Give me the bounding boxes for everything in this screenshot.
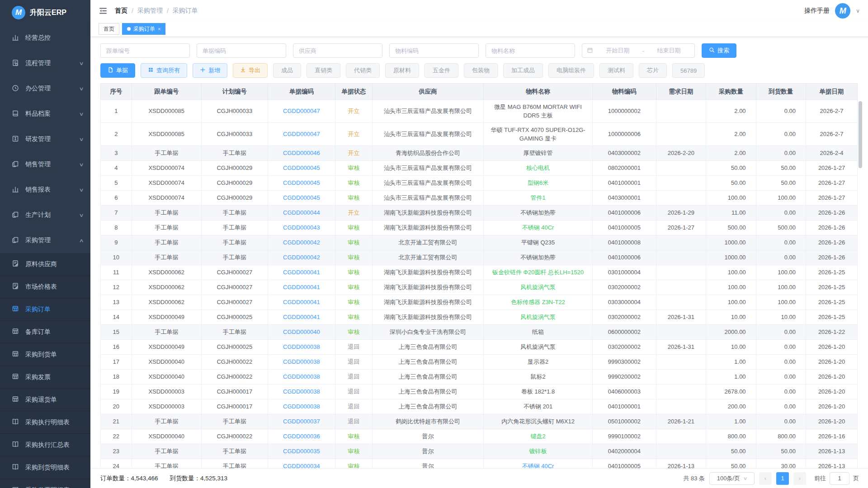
sidebar-item-0[interactable]: 经营总控 — [0, 25, 90, 51]
doc-no-link[interactable]: CGDD000044 — [283, 209, 320, 216]
search-button[interactable]: 搜索 — [702, 43, 736, 58]
export-button[interactable]: 导出 — [233, 63, 268, 78]
doc-no-link[interactable]: CGDD000046 — [283, 150, 320, 156]
page-1-button[interactable]: 1 — [776, 472, 789, 485]
breadcrumb-item-0[interactable]: 首页 — [115, 7, 127, 15]
sidebar-subitem-2[interactable]: 采购订单 — [0, 298, 90, 321]
sidebar-subitem-1[interactable]: 市场价格表 — [0, 276, 90, 298]
material-link[interactable]: 键盘2 — [530, 433, 545, 440]
material-link[interactable]: 型钢6米 — [528, 179, 548, 186]
doc-no-link[interactable]: CGDD000045 — [283, 194, 320, 201]
goto-page-input[interactable] — [830, 472, 849, 485]
material-link[interactable]: 不锈钢 40Cr — [522, 224, 554, 231]
column-header-7: 物料编码 — [593, 84, 656, 100]
material-name-input[interactable] — [486, 43, 575, 58]
category-button-6[interactable]: 加工成品 — [503, 63, 543, 78]
sidebar-item-5[interactable]: 销售管理∨ — [0, 152, 90, 177]
sidebar-item-8[interactable]: 采购管理∧ — [0, 228, 90, 253]
category-button-8[interactable]: 测试料 — [599, 63, 633, 78]
sidebar-subitem-10[interactable]: 采购发票明细表 — [0, 479, 90, 488]
tab-active-dot — [127, 27, 131, 31]
tab-1[interactable]: 采购订单× — [122, 23, 165, 35]
category-button-5[interactable]: 包装物 — [464, 63, 498, 78]
sidebar-item-1[interactable]: 流程管理∨ — [0, 51, 90, 76]
category-button-4[interactable]: 五金件 — [425, 63, 458, 78]
sidebar-subitem-8[interactable]: 采购执行汇总表 — [0, 434, 90, 456]
supplier-input[interactable] — [293, 43, 382, 58]
material-link[interactable]: 风机旋涡气泵 — [520, 284, 556, 291]
category-button-2[interactable]: 代销类 — [346, 63, 380, 78]
sidebar-subitem-6[interactable]: 采购退货单 — [0, 389, 90, 411]
sidebar-item-7[interactable]: 生产计划∨ — [0, 202, 90, 228]
cell-supplier: 上海三色食品有限公司 — [372, 340, 483, 355]
query-all-button[interactable]: 查询所有 — [141, 63, 187, 78]
sidebar-subitem-4[interactable]: 采购到货单 — [0, 343, 90, 366]
track-no-input[interactable] — [100, 43, 190, 58]
sidebar-subitem-5[interactable]: 采购发票 — [0, 366, 90, 389]
doc-no-input[interactable] — [197, 43, 286, 58]
cell-purchase-qty: 100.00 — [706, 191, 756, 206]
material-link[interactable]: 镀锌板 — [529, 448, 547, 455]
manual-link[interactable]: 操作手册 — [804, 7, 830, 15]
sidebar-item-3[interactable]: 料品档案∨ — [0, 101, 90, 127]
doc-no-link[interactable]: CGDD000034 — [283, 463, 320, 468]
page-size-select[interactable]: 100条/页 ∨ — [709, 472, 755, 485]
gridtable-icon — [12, 373, 19, 381]
doc-no-link[interactable]: CGDD000042 — [283, 254, 320, 261]
material-link[interactable]: 不锈钢 40Cr — [522, 463, 554, 468]
table-scrollbar[interactable] — [859, 99, 862, 468]
doc-no-link[interactable]: CGDD000045 — [283, 179, 320, 186]
category-button-1[interactable]: 直销类 — [307, 63, 340, 78]
material-link[interactable]: 钣金铰链件 Φ20圆杆 总长LH=1520 — [492, 269, 584, 276]
material-link[interactable]: 核心电机 — [526, 164, 550, 171]
material-link[interactable]: 管件1 — [530, 194, 545, 201]
sidebar-subitem-0[interactable]: 原料供应商 — [0, 253, 90, 276]
cell-material: 不锈钢加热带 — [484, 250, 593, 265]
doc-no-link[interactable]: CGDD000041 — [283, 269, 320, 276]
material-link[interactable]: 风机旋涡气泵 — [520, 314, 556, 320]
doc-no-link[interactable]: CGDD000047 — [283, 131, 320, 137]
sidebar-item-4[interactable]: 研发管理∨ — [0, 127, 90, 152]
doc-no-link[interactable]: CGDD000036 — [283, 433, 320, 440]
doc-no-link[interactable]: CGDD000037 — [283, 418, 320, 425]
doc-no-link[interactable]: CGDD000038 — [283, 403, 320, 410]
sidebar-subitem-3[interactable]: 备库订单 — [0, 321, 90, 343]
doc-no-link[interactable]: CGDD000043 — [283, 224, 320, 231]
category-button-3[interactable]: 原材料 — [385, 63, 419, 78]
document-button[interactable]: 单据 — [100, 63, 135, 78]
sidebar-collapse-icon[interactable] — [99, 6, 108, 15]
doc-no-link[interactable]: CGDD000041 — [283, 299, 320, 305]
gridtable-icon — [12, 328, 19, 336]
tab-close-icon[interactable]: × — [158, 26, 160, 32]
avatar[interactable]: M — [835, 3, 850, 19]
doc-no-link[interactable]: CGDD000038 — [283, 388, 320, 395]
material-link[interactable]: 色标传感器 Z3N-T22 — [511, 299, 565, 305]
doc-no-link[interactable]: CGDD000040 — [283, 328, 320, 335]
date-range-input[interactable]: 开始日期-结束日期 — [582, 43, 695, 58]
user-menu-chevron-icon[interactable]: ∨ — [856, 8, 860, 14]
category-button-9[interactable]: 芯片 — [639, 63, 667, 78]
doc-no-link[interactable]: CGDD000041 — [283, 314, 320, 320]
add-button[interactable]: 新增 — [193, 63, 227, 78]
doc-no-link[interactable]: CGDD000045 — [283, 164, 320, 171]
category-button-0[interactable]: 成品 — [273, 63, 301, 78]
doc-no-link[interactable]: CGDD000047 — [283, 108, 320, 114]
sidebar-item-6[interactable]: 销售报表∨ — [0, 177, 90, 202]
doc-no-link[interactable]: CGDD000035 — [283, 448, 320, 455]
prev-page-button[interactable]: ‹ — [759, 472, 772, 485]
table-scrollbar-thumb[interactable] — [859, 101, 862, 168]
doc-no-link[interactable]: CGDD000038 — [283, 358, 320, 365]
next-page-button[interactable]: › — [793, 472, 806, 485]
doc-no-link[interactable]: CGDD000038 — [283, 373, 320, 380]
category-button-10[interactable]: 56789 — [672, 63, 705, 78]
cell-seq: 2 — [101, 123, 132, 146]
doc-no-link[interactable]: CGDD000042 — [283, 239, 320, 246]
category-button-7[interactable]: 电脑组装件 — [548, 63, 594, 78]
doc-no-link[interactable]: CGDD000038 — [283, 343, 320, 350]
sidebar-subitem-9[interactable]: 采购到货明细表 — [0, 456, 90, 479]
material-code-input[interactable] — [389, 43, 479, 58]
sidebar-item-2[interactable]: 办公管理∨ — [0, 76, 90, 101]
doc-no-link[interactable]: CGDD000041 — [283, 284, 320, 291]
sidebar-subitem-7[interactable]: 采购执行明细表 — [0, 411, 90, 434]
tab-0[interactable]: 首页 — [99, 23, 119, 35]
